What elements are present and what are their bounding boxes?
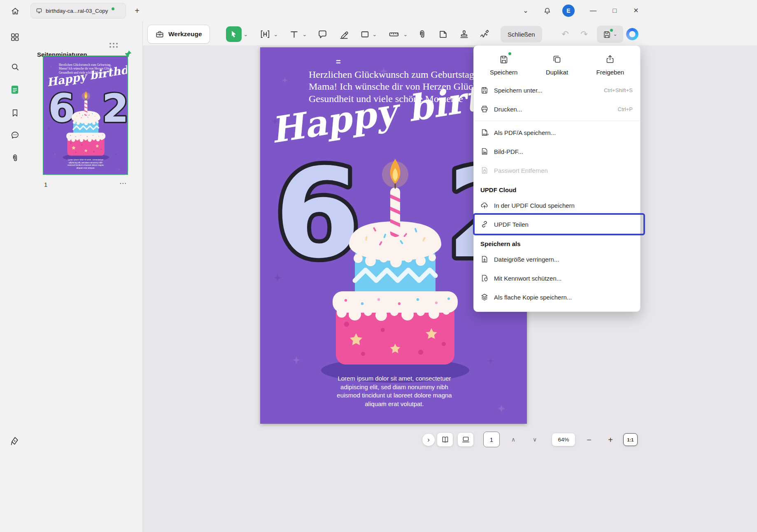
- measure-tool-button[interactable]: [386, 28, 402, 40]
- menu-action-speichern[interactable]: Speichern: [477, 54, 530, 76]
- titlebar: birthday-ca...ral-03_Copy + ⌄ E — □ ✕: [0, 0, 757, 21]
- body-text[interactable]: Lorem ipsum dolor sit amet, consectetuer…: [335, 374, 454, 409]
- updf-app-window: birthday-ca...ral-03_Copy + ⌄ E — □ ✕ Se…: [0, 0, 757, 532]
- chevron-down-icon: ∨: [533, 436, 537, 443]
- laptop-icon: [461, 435, 470, 444]
- save-dropdown-menu: Speichern Duplikat Freigeben Speichern u…: [473, 45, 641, 312]
- sticker-tool-button[interactable]: [437, 28, 449, 40]
- svg-text:PDF/A: PDF/A: [483, 133, 489, 136]
- panel-drag-handle[interactable]: [109, 43, 119, 49]
- menu-item-dateigroesse[interactable]: Dateigröße verringern...: [474, 250, 640, 269]
- menu-item-kennwort[interactable]: Mit Kennwort schützen...: [474, 269, 640, 288]
- paperclip-icon: [10, 153, 20, 163]
- user-avatar[interactable]: E: [562, 5, 575, 17]
- menu-item-speichern-unter[interactable]: Speichern unter... Ctrl+Shift+S: [474, 81, 640, 100]
- document-tab[interactable]: birthday-ca...ral-03_Copy: [30, 3, 126, 19]
- ai-icon: [626, 28, 638, 40]
- page-number-input[interactable]: [484, 432, 499, 447]
- printer-icon: [480, 105, 489, 113]
- zoom-level-label: 64%: [558, 437, 569, 443]
- menu-item-flache-kopie[interactable]: Als flache Kopie speichern...: [474, 288, 640, 307]
- werkzeuge-label: Werkzeuge: [168, 30, 202, 38]
- menu-action-duplikat[interactable]: Duplikat: [530, 54, 583, 76]
- save-split-button[interactable]: ⌄: [597, 26, 623, 43]
- thumbnails-panel: Seitenminiaturen Herzlichen Glückwunsch …: [30, 21, 143, 532]
- text-block-handle[interactable]: =: [336, 57, 341, 67]
- comment-tool-button[interactable]: [316, 28, 328, 40]
- menu-action-freigeben[interactable]: Freigeben: [584, 54, 637, 76]
- menu-item-drucken[interactable]: Drucken... Ctrl+P: [474, 100, 640, 118]
- menu-item-bild-pdf[interactable]: Bild-PDF...: [474, 142, 640, 161]
- maximize-button[interactable]: □: [608, 4, 622, 17]
- shape-tool-button[interactable]: [359, 28, 371, 40]
- header-tool-chevron[interactable]: ⌄: [273, 30, 279, 38]
- menu-divider: [474, 121, 640, 121]
- select-tool-chevron[interactable]: ⌄: [243, 30, 249, 38]
- pages-icon: [9, 84, 20, 95]
- redo-button[interactable]: ↷: [577, 27, 591, 41]
- expand-statusbar-button[interactable]: ›: [422, 434, 435, 446]
- menu-item-pdfa[interactable]: PDF/A Als PDF/A speichern...: [474, 123, 640, 142]
- text-tool-button[interactable]: [288, 28, 300, 40]
- image-pdf-icon: [480, 147, 489, 156]
- attachments-button[interactable]: [6, 149, 24, 167]
- chevron-up-icon: ∧: [511, 436, 515, 443]
- previous-page-button[interactable]: ∧: [507, 434, 519, 445]
- signature-tool-button[interactable]: [478, 28, 491, 40]
- undo-button[interactable]: ↶: [558, 27, 572, 41]
- pen-nib-icon: [10, 436, 20, 446]
- presentation-mode-button[interactable]: [458, 433, 473, 446]
- minimize-button[interactable]: —: [586, 4, 600, 17]
- search-icon: [10, 62, 20, 72]
- save-menu-chevron: ⌄: [613, 32, 617, 37]
- redo-icon: ↷: [580, 29, 588, 39]
- main-toolbar: Werkzeuge ⌄ ⌄ ⌄ ⌄ ⌄ Schließen ↶ ↷ ⌄: [0, 25, 757, 44]
- measure-tool-chevron[interactable]: ⌄: [403, 30, 408, 38]
- bookmarks-button[interactable]: [6, 104, 24, 122]
- close-window-button[interactable]: ✕: [629, 4, 643, 17]
- compress-icon: [480, 255, 489, 263]
- page-thumbnail[interactable]: Herzlichen Glückwunsch zum Geburtstag, M…: [43, 56, 128, 175]
- maximize-icon: □: [613, 7, 617, 14]
- text-tool-chevron[interactable]: ⌄: [302, 30, 307, 38]
- book-icon: [441, 435, 450, 444]
- left-icon-rail: [0, 21, 30, 532]
- unsaved-changes-dot: [112, 7, 114, 10]
- avatar-initial: E: [566, 7, 570, 14]
- actual-size-button[interactable]: 1:1: [623, 433, 638, 446]
- search-button[interactable]: [6, 58, 24, 76]
- notifications-button[interactable]: [540, 4, 554, 17]
- page-thumbnails-button[interactable]: [6, 81, 24, 99]
- next-page-button[interactable]: ∨: [529, 434, 541, 445]
- werkzeuge-button[interactable]: Werkzeuge: [147, 25, 210, 44]
- cloud-upload-icon: [480, 201, 489, 209]
- stamp-tool-button[interactable]: [458, 28, 470, 40]
- document-canvas[interactable]: = Herzlichen Glückwunsch zum Geburtstag,…: [143, 45, 757, 532]
- menu-item-updf-teilen[interactable]: UPDF Teilen: [474, 215, 640, 234]
- chevron-down-icon: ⌄: [523, 7, 528, 14]
- lock-document-icon: [480, 166, 489, 174]
- shape-tool-chevron[interactable]: ⌄: [372, 30, 377, 38]
- zoom-level-button[interactable]: 64%: [552, 433, 575, 446]
- pdfa-icon: PDF/A: [480, 128, 489, 137]
- new-tab-button[interactable]: +: [132, 5, 142, 16]
- attachment-tool-button[interactable]: [416, 28, 428, 40]
- highlighter-tool-button[interactable]: [338, 28, 350, 40]
- brand-pen-button[interactable]: [6, 432, 24, 450]
- reading-mode-button[interactable]: [437, 433, 453, 446]
- zoom-in-button[interactable]: +: [604, 434, 617, 446]
- header-tool-button[interactable]: [259, 28, 271, 40]
- home-button[interactable]: [7, 4, 23, 19]
- comments-button[interactable]: [6, 126, 24, 144]
- zoom-out-button[interactable]: −: [583, 434, 595, 446]
- select-tool-button[interactable]: [226, 26, 242, 42]
- menu-item-cloud-speichern[interactable]: In der UPDF Cloud speichern: [474, 196, 640, 215]
- ai-assistant-button[interactable]: [625, 27, 640, 42]
- signature-icon: [479, 29, 490, 39]
- titlebar-chevron-button[interactable]: ⌄: [519, 4, 533, 17]
- link-icon: [480, 220, 489, 228]
- thumbnail-more-options[interactable]: ⋯: [118, 179, 128, 188]
- stamp-icon: [459, 29, 469, 39]
- more-icon: ⋯: [119, 179, 127, 187]
- close-document-button[interactable]: Schließen: [501, 26, 542, 42]
